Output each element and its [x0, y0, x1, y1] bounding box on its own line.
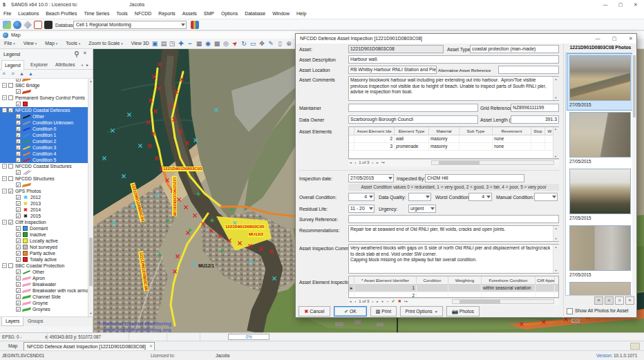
- overall-condition-select[interactable]: 4: [348, 193, 375, 201]
- inspection-date-select[interactable]: 27/05/2015: [348, 174, 394, 182]
- legend-item-symbol-2[interactable]: ✓: [0, 88, 88, 95]
- photo-last-button[interactable]: »: [625, 296, 634, 305]
- data-quality-select[interactable]: [408, 193, 431, 201]
- tree-expander-icon[interactable]: −: [2, 95, 7, 100]
- maximize-button[interactable]: ▢: [614, 0, 627, 9]
- layer-checkbox[interactable]: ✓: [16, 139, 21, 144]
- elements-hscroll[interactable]: [431, 160, 554, 165]
- legend-item-sbc-coastal-protection[interactable]: −SBC Coastal Protection: [0, 263, 88, 269]
- menu-file[interactable]: File: [0, 10, 15, 16]
- layer-checkbox[interactable]: ✓: [16, 195, 21, 200]
- layer-checkbox[interactable]: ✓: [16, 282, 21, 287]
- tab-scroll-left-icon[interactable]: ◂: [81, 62, 83, 67]
- legend-item-other[interactable]: ✓Other: [0, 269, 88, 275]
- legend-item-2013[interactable]: ✓✖2013: [0, 200, 88, 207]
- scroll-down-icon[interactable]: ▼: [553, 268, 558, 273]
- layer-checkbox[interactable]: ✓: [16, 269, 21, 274]
- photo-prev-button[interactable]: <: [605, 296, 614, 305]
- minimize-button[interactable]: —: [598, 0, 612, 9]
- layer-checkbox[interactable]: ✓: [16, 158, 21, 162]
- layer-checkbox[interactable]: ✓: [16, 126, 21, 131]
- dialog-close-icon[interactable]: ✕: [625, 35, 637, 43]
- column-header[interactable]: Sub Type: [460, 127, 493, 135]
- tree-expander-icon[interactable]: −: [2, 220, 7, 225]
- tree-expander-icon[interactable]: −: [2, 176, 7, 181]
- legend-item-not-surveyed[interactable]: ✓Not surveyed: [0, 244, 88, 250]
- ok-button[interactable]: ✔OK: [334, 306, 367, 316]
- inspection-comments-field[interactable]: Very weathered blocks with gaps on S sid…: [348, 244, 559, 274]
- inspections-hscroll[interactable]: [452, 299, 554, 304]
- asset-description-field[interactable]: Harbour wall.: [348, 55, 559, 64]
- maintainer-field[interactable]: [348, 104, 478, 112]
- globe-view-icon[interactable]: ◉: [204, 39, 212, 48]
- map-menu-view-3d[interactable]: View 3D: [127, 39, 153, 46]
- table-row[interactable]: 2: [349, 292, 558, 298]
- globe-tool-icon[interactable]: [13, 21, 21, 29]
- tab-layers[interactable]: Layers: [1, 317, 23, 326]
- legend-item-nfcdd-coastal-structures[interactable]: −NFCDD Coastal Structures: [0, 163, 88, 169]
- menu-time-series[interactable]: Time Series: [80, 10, 113, 16]
- layer-checkbox[interactable]: ✓: [16, 226, 21, 231]
- refresh-icon[interactable]: ↪: [403, 299, 409, 305]
- layer-checkbox[interactable]: [8, 83, 13, 88]
- table-row[interactable]: 2wallmasonrynone: [349, 135, 558, 143]
- legend-item-gps-photos[interactable]: −✓GPS Photos: [0, 188, 88, 194]
- recommendations-scrollbar[interactable]: ▲▼: [553, 226, 559, 241]
- layer-checkbox[interactable]: ✓: [16, 207, 21, 212]
- scroll-down-icon[interactable]: ▼: [88, 311, 93, 316]
- inspection-comments-scrollbar[interactable]: ▲▼: [553, 245, 559, 273]
- pan-icon[interactable]: ✥: [258, 39, 266, 48]
- legend-item-apron[interactable]: ✓Apron: [0, 275, 88, 281]
- dialog-maximize-icon[interactable]: ▢: [608, 35, 621, 43]
- column-header[interactable]: [349, 276, 354, 284]
- legend-item-groyne[interactable]: ✓Groyne: [0, 300, 88, 306]
- legend-item-condition-3[interactable]: ✓Condition 3: [0, 144, 88, 151]
- rollback-icon[interactable]: ✖: [397, 299, 403, 305]
- column-header[interactable]: Weighting: [448, 276, 482, 284]
- chart-tool-icon[interactable]: [34, 21, 42, 29]
- legend-item-partly-active[interactable]: ✓Partly active: [0, 250, 88, 256]
- photo-thumbnail[interactable]: 27/05/2015: [567, 54, 634, 110]
- legend-item-condition-2[interactable]: ✓Condition 2: [0, 138, 88, 144]
- legend-item-dormant[interactable]: ✓Dormant: [0, 225, 88, 231]
- legend-item-condition-unknown[interactable]: ✓Condition Unknown: [0, 120, 88, 126]
- table-row[interactable]: 3promenademasonrynone: [349, 143, 558, 151]
- alt-asset-reference-field[interactable]: [498, 66, 559, 74]
- worst-condition-select[interactable]: 4: [468, 193, 492, 201]
- menu-nfcdd[interactable]: NFCDD: [131, 10, 155, 16]
- layer-checkbox[interactable]: ✓: [16, 120, 21, 125]
- photos-list[interactable]: 27/05/201527/05/201527/05/201527/05/2015: [565, 53, 636, 296]
- data-owner-field[interactable]: Scarborough Borough Council: [348, 115, 478, 124]
- layer-checkbox[interactable]: [8, 164, 13, 169]
- tree-expander-icon[interactable]: −: [2, 189, 7, 193]
- image-tool-icon[interactable]: [3, 21, 11, 29]
- scroll-down-icon[interactable]: ▼: [553, 95, 558, 100]
- layer-checkbox[interactable]: [8, 176, 13, 181]
- legend-item-groynes[interactable]: ✓Groynes: [0, 306, 88, 312]
- scrollbar-thumb[interactable]: [89, 238, 93, 286]
- layer-checkbox[interactable]: [8, 95, 13, 100]
- menu-window[interactable]: Window: [269, 10, 293, 16]
- menu-smp[interactable]: SMP: [200, 10, 218, 16]
- legend-item-condition-4[interactable]: ✓Condition 4: [0, 151, 88, 157]
- first-page-icon[interactable]: «: [348, 160, 353, 166]
- column-header[interactable]: Element Type: [395, 127, 429, 135]
- asset-elements-table[interactable]: Asset Element IdeElement TypeMaterialSub…: [348, 126, 559, 159]
- layer-checkbox[interactable]: ✓: [16, 201, 21, 206]
- menu-help[interactable]: Help: [293, 10, 310, 16]
- asset-type-field[interactable]: coastal protection (man-made): [470, 45, 559, 53]
- photo-first-button[interactable]: «: [594, 296, 603, 305]
- photos-button[interactable]: 📷Photos: [446, 306, 480, 316]
- column-header[interactable]: Revetment: [493, 127, 531, 135]
- last-page-icon[interactable]: »: [375, 299, 379, 305]
- tree-expander-icon[interactable]: −: [2, 263, 7, 268]
- layer-checkbox[interactable]: ✓: [16, 232, 21, 237]
- layer-checkbox[interactable]: ✓: [16, 151, 21, 156]
- legend-item-sbc-bridge[interactable]: −SBC Bridge: [0, 82, 88, 88]
- print-map-icon[interactable]: ▤: [160, 39, 168, 48]
- save-map-icon[interactable]: ▣: [151, 39, 159, 48]
- menu-assets[interactable]: Assets: [179, 10, 200, 16]
- layer-checkbox[interactable]: ✓: [16, 145, 21, 150]
- legend-scrollbar[interactable]: ▲ ▼: [88, 79, 93, 316]
- grid-reference-field[interactable]: NZ8996111199: [511, 104, 559, 112]
